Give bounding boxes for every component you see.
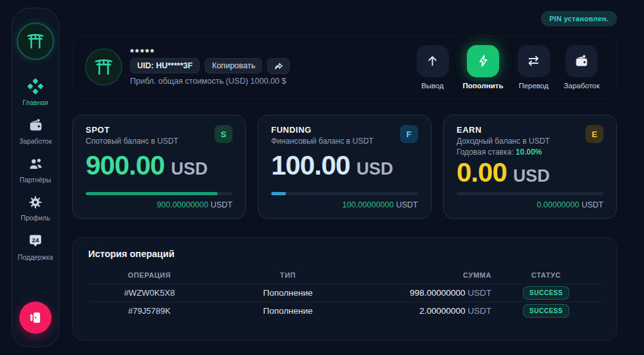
balance-currency: USD (513, 166, 550, 186)
total-value-label: Прибл. общая стоимость (USD) 1000.00 $ (130, 77, 290, 86)
sidebar-item-label: Поддержка (18, 253, 53, 261)
arrow-up-icon (425, 53, 440, 68)
card-title: EARN (457, 125, 550, 135)
sidebar-item-label: Профиль (21, 214, 50, 222)
operation-type: Пополнение (211, 306, 365, 316)
operation-amount: 2.00000000 USDT (365, 306, 491, 316)
withdraw-action[interactable]: Вывод (417, 45, 449, 90)
avatar[interactable] (86, 50, 121, 84)
col-operation: ОПЕРАЦИЯ (88, 271, 211, 279)
action-label: Пополнить (463, 82, 504, 90)
masked-username: ***** (130, 49, 290, 55)
support-24-icon: 24 (27, 233, 44, 249)
sidebar-item-home[interactable]: Главная (12, 78, 59, 106)
people-icon (28, 156, 44, 172)
svg-text:24: 24 (32, 236, 39, 244)
share-arrow-icon (273, 61, 284, 72)
deposit-action[interactable]: Пополнить (463, 45, 504, 90)
status-badge: SUCCESS (523, 286, 569, 300)
profile-info: ***** UID: HU*****3F Копировать Прибл. о… (130, 49, 290, 86)
funding-badge: F (400, 125, 418, 143)
transfer-action[interactable]: Перевод (518, 45, 550, 90)
share-button[interactable] (267, 58, 290, 74)
balance-currency: USD (356, 159, 393, 179)
card-subtitle: Доходный баланс в USDT (457, 137, 550, 146)
balance-usdt-line: 0.00000000 USDT (457, 200, 603, 209)
wallet-icon (574, 53, 589, 69)
col-type: ТИП (211, 271, 365, 279)
profile-block: ***** UID: HU*****3F Копировать Прибл. о… (86, 49, 290, 86)
action-label: Перевод (518, 82, 548, 90)
quick-actions: Вывод Пополнить Пер (417, 45, 600, 90)
annual-rate-line: Годовая ставка: 10.00% (457, 148, 550, 157)
balance-cards: SPOT Спотовый баланс в USDT S 900.00 USD… (72, 115, 617, 219)
balance-amount: 900.00 (86, 152, 164, 179)
balance-progress-fill (86, 192, 218, 195)
card-subtitle: Финансовый баланс в USDT (271, 137, 374, 146)
operation-amount: 998.00000000 USDT (365, 288, 491, 298)
withdraw-button[interactable] (417, 45, 449, 77)
logout-door-icon (28, 310, 43, 325)
earn-balance-card[interactable]: EARN Доходный баланс в USDT Годовая став… (443, 115, 617, 219)
sidebar-item-earnings[interactable]: Заработок (12, 117, 59, 145)
balance-progress-fill (271, 192, 286, 195)
sidebar-item-partners[interactable]: Партнёры (12, 156, 59, 184)
status-badge: SUCCESS (523, 304, 569, 318)
operation-status: SUCCESS (491, 304, 601, 318)
uid-row: UID: HU*****3F Копировать (130, 58, 290, 74)
sidebar-item-label: Партнёры (20, 176, 52, 184)
earn-badge: E (585, 125, 603, 143)
table-header-row: ОПЕРАЦИЯ ТИП СУММА СТАТУС (88, 267, 601, 283)
balance-currency: USD (171, 159, 207, 179)
spot-balance-card[interactable]: SPOT Спотовый баланс в USDT S 900.00 USD… (72, 115, 246, 219)
col-status: СТАТУС (491, 271, 601, 279)
balance-progress-track (86, 192, 232, 195)
balance-amount: 0.00 (457, 159, 507, 186)
operation-type: Пополнение (211, 288, 365, 298)
action-label: Заработок (564, 82, 600, 90)
torii-gate-icon (25, 31, 46, 52)
account-header: ***** UID: HU*****3F Копировать Прибл. о… (72, 35, 617, 99)
spot-badge: S (214, 125, 232, 143)
funding-balance-card[interactable]: FUNDING Финансовый баланс в USDT F 100.0… (258, 115, 431, 219)
history-table: ОПЕРАЦИЯ ТИП СУММА СТАТУС #WZW0K5X8 Попо… (88, 267, 601, 320)
sidebar-item-label: Заработок (19, 137, 52, 145)
lightning-icon (476, 53, 491, 68)
sidebar: Главная Заработок (12, 8, 59, 347)
deposit-button[interactable] (467, 45, 499, 77)
history-title: История операций (88, 249, 601, 259)
operation-id: #WZW0K5X8 (88, 288, 211, 298)
card-subtitle: Спотовый баланс в USDT (86, 137, 178, 146)
torii-gate-icon (93, 56, 115, 78)
history-panel: История операций ОПЕРАЦИЯ ТИП СУММА СТАТ… (72, 237, 617, 340)
col-amount: СУММА (365, 271, 491, 279)
wallet-icon (28, 117, 44, 133)
annual-rate-value: 10.00% (516, 148, 542, 157)
card-title: FUNDING (271, 125, 374, 135)
balance-amount: 100.00 (271, 152, 350, 179)
app-logo[interactable] (18, 24, 53, 59)
copy-uid-button[interactable]: Копировать (205, 58, 262, 73)
earnings-action[interactable]: Заработок (564, 45, 600, 90)
balance-usdt-line: 100.00000000 USDT (271, 200, 418, 209)
transfer-arrows-icon (526, 53, 541, 68)
balance-progress-track (457, 192, 603, 195)
card-title: SPOT (86, 125, 178, 135)
operation-status: SUCCESS (491, 286, 601, 300)
logout-button[interactable] (19, 302, 52, 334)
operation-id: #79J5789K (88, 306, 211, 316)
sidebar-nav: Главная Заработок (12, 78, 59, 261)
balance-progress-track (271, 192, 418, 195)
table-row[interactable]: #WZW0K5X8 Пополнение 998.00000000 USDT S… (88, 283, 601, 302)
uid-badge: UID: HU*****3F (130, 58, 200, 73)
balance-usdt-line: 900.00000000 USDT (86, 200, 232, 209)
transfer-button[interactable] (518, 45, 550, 77)
sidebar-item-label: Главная (23, 99, 48, 106)
table-row[interactable]: #79J5789K Пополнение 2.00000000 USDT SUC… (88, 302, 601, 320)
earnings-button[interactable] (565, 45, 598, 77)
sidebar-item-profile[interactable]: Профиль (12, 195, 59, 222)
action-label: Вывод (421, 82, 444, 90)
gear-icon (28, 195, 43, 210)
sidebar-item-support[interactable]: 24 Поддержка (12, 233, 59, 261)
pin-status-badge: PIN установлен. (541, 11, 617, 26)
